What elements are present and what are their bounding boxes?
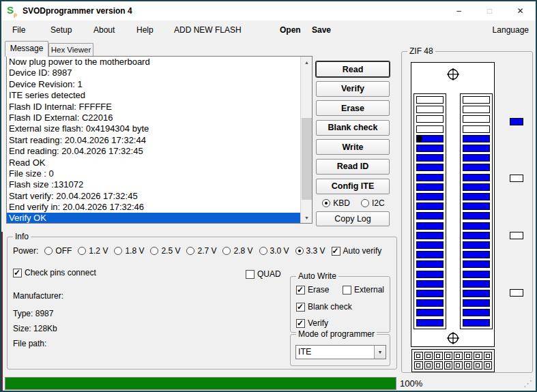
connector-pad xyxy=(464,352,473,360)
pin-row xyxy=(416,280,444,288)
log-line[interactable]: Start reading: 20.04.2026 17:32:44 xyxy=(7,135,300,146)
menu-setup[interactable]: Setup xyxy=(46,20,76,40)
log-line[interactable]: Device ID: 8987 xyxy=(7,67,300,78)
auto-verify-checkbox[interactable]: Auto verify xyxy=(332,246,382,256)
power-radio-2.5v[interactable]: 2.5 V xyxy=(150,246,180,256)
interface-radio-i2c[interactable]: I2C xyxy=(361,198,385,208)
pin-row xyxy=(463,212,490,220)
pin-row xyxy=(463,183,490,191)
scrollbar-thumb[interactable] xyxy=(302,118,312,200)
pin-row xyxy=(463,309,490,316)
menu-about[interactable]: About xyxy=(89,20,119,40)
power-radio-3.3v[interactable]: 3.3 V xyxy=(295,246,325,256)
mode-combobox[interactable]: ITE ▼ xyxy=(295,345,386,359)
menu-help[interactable]: Help xyxy=(132,20,158,40)
read-button[interactable]: Read xyxy=(316,61,390,77)
menu-language[interactable]: Language xyxy=(489,20,533,40)
radio-icon xyxy=(114,247,122,255)
quad-box[interactable] xyxy=(246,270,255,279)
log-line[interactable]: Read OK xyxy=(7,157,300,168)
copy-log-button[interactable]: Copy Log xyxy=(316,211,390,226)
action-button-column: ReadVerifyEraseBlank checkWriteRead IDCo… xyxy=(316,61,391,226)
app-icon: Sp xyxy=(7,5,17,18)
power-radio-1.2v[interactable]: 1.2 V xyxy=(78,246,108,256)
pin-row xyxy=(416,319,444,327)
close-icon[interactable]: ✕ xyxy=(505,1,536,20)
log-line[interactable]: Flash size :131072 xyxy=(7,179,300,190)
pin-row xyxy=(416,193,444,200)
write-button[interactable]: Write xyxy=(316,139,390,155)
erase-button[interactable]: Erase xyxy=(316,100,390,116)
log-line[interactable]: End reading: 20.04.2026 17:32:45 xyxy=(7,146,300,157)
interface-radio-kbd[interactable]: KBD xyxy=(322,198,350,208)
auto-write-group: Auto Write EraseExternalBlank checkVerif… xyxy=(290,276,390,333)
pin-row xyxy=(416,241,444,249)
power-radio-off[interactable]: OFF xyxy=(44,246,72,256)
read-id-button[interactable]: Read ID xyxy=(316,159,390,175)
log-line[interactable]: File size : 0 xyxy=(7,168,300,179)
menu-open[interactable]: Open xyxy=(276,20,305,40)
power-radio-2.8v[interactable]: 2.8 V xyxy=(222,246,252,256)
power-radio-2.7v[interactable]: 2.7 V xyxy=(186,246,216,256)
pin-row xyxy=(416,135,444,142)
tab-message[interactable]: Message xyxy=(5,41,48,57)
log-line[interactable]: Now plug power to the motherboard xyxy=(7,57,300,67)
connector-pad xyxy=(484,361,493,370)
pin-row xyxy=(463,251,490,258)
power-radio-1.8v[interactable]: 1.8 V xyxy=(114,246,144,256)
quad-checkbox[interactable]: QUAD xyxy=(246,269,281,279)
screw-icon xyxy=(446,331,461,346)
mode-value: ITE xyxy=(296,346,374,359)
app-window: Sp SVODprogrammer version 4 – □ ✕ FileSe… xyxy=(0,0,537,392)
scroll-up-icon[interactable]: ▲ xyxy=(301,57,313,67)
blank-check-button[interactable]: Blank check xyxy=(316,120,390,136)
scroll-down-icon[interactable]: ▼ xyxy=(301,212,313,223)
connector-pad xyxy=(424,361,433,370)
pin-row xyxy=(463,164,490,171)
maximize-icon[interactable]: □ xyxy=(474,1,505,20)
connector-pad xyxy=(424,352,433,360)
chevron-down-icon[interactable]: ▼ xyxy=(374,346,386,359)
pin-row xyxy=(416,251,444,258)
pin-row xyxy=(416,232,444,239)
menu-add-new-flash[interactable]: ADD NEW FLASH xyxy=(170,20,246,40)
auto-write-erase-checkbox[interactable]: Erase xyxy=(296,285,329,295)
auto-write-external-checkbox[interactable]: External xyxy=(343,285,384,295)
radio-icon xyxy=(295,247,304,255)
log-line[interactable]: Flash ID Internal: FFFFFE xyxy=(7,102,300,112)
log-line[interactable]: External size flash: 0x4194304 byte xyxy=(7,123,300,134)
pin-row xyxy=(463,280,490,288)
minimize-icon[interactable]: – xyxy=(444,1,474,20)
resize-grip-icon[interactable] xyxy=(523,379,533,389)
connector-pad xyxy=(444,361,453,370)
log-scrollbar[interactable]: ▲ ▼ xyxy=(300,57,312,223)
log-line[interactable]: ITE series detected xyxy=(7,90,300,101)
radio-icon xyxy=(78,247,86,255)
log-line[interactable]: Flash ID External: C22016 xyxy=(7,112,300,123)
connector-pad xyxy=(414,352,423,360)
connector-pad xyxy=(474,352,482,360)
log-line[interactable]: Start verify: 20.04.2026 17:32:45 xyxy=(7,191,300,202)
power-radio-3.0v[interactable]: 3.0 V xyxy=(259,246,289,256)
log-line[interactable]: End verify in: 20.04.2026 17:32:46 xyxy=(7,202,300,213)
config-ite-button[interactable]: Config ITE xyxy=(316,179,390,194)
menu-save[interactable]: Save xyxy=(308,20,335,40)
radio-icon xyxy=(361,199,369,207)
pin-row xyxy=(416,106,444,113)
check-pins-checkbox[interactable]: Check pins connect xyxy=(13,268,96,277)
radio-icon xyxy=(322,199,330,207)
tab-hex-viewer[interactable]: Hex Viewer xyxy=(48,43,93,57)
message-log[interactable]: Now plug power to the motherboardDevice … xyxy=(6,56,313,224)
pin-row xyxy=(463,260,490,268)
log-line[interactable]: Verify OK xyxy=(7,213,300,224)
auto-write-blank-check-checkbox[interactable]: Blank check xyxy=(296,302,352,312)
verify-button[interactable]: Verify xyxy=(316,81,390,97)
pin-row xyxy=(416,290,444,297)
check-pins-box[interactable] xyxy=(13,269,22,277)
menu-file[interactable]: File xyxy=(8,20,29,40)
screw-icon xyxy=(446,67,461,82)
auto-write-title: Auto Write xyxy=(296,271,338,281)
auto-write-verify-checkbox[interactable]: Verify xyxy=(296,318,328,328)
log-line[interactable]: Device Revision: 1 xyxy=(7,79,300,90)
connector-pad xyxy=(454,352,463,360)
